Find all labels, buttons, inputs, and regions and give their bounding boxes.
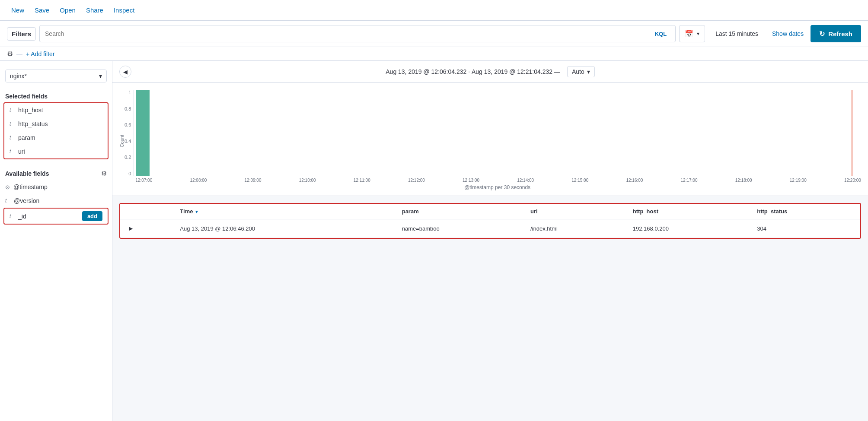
field-name-http-host: http_host	[18, 107, 43, 114]
date-range-text: Aug 13, 2019 @ 12:06:04.232 - Aug 13, 20…	[386, 68, 560, 75]
results-area: Time ▾ param uri http_host http_status	[112, 196, 868, 246]
x-axis-labels: 12:07:00 12:08:00 12:09:00 12:10:00 12:1…	[135, 176, 861, 183]
filter-bar: Filters KQL 📅 ▾ Last 15 minutes Show dat…	[0, 21, 868, 47]
y-axis-labels: 1 0.8 0.6 0.4 0.2 0	[124, 90, 134, 176]
col-time[interactable]: Time ▾	[173, 204, 395, 219]
available-fields-gear-icon[interactable]: ⚙	[101, 170, 107, 177]
index-select[interactable]: nginx* ▾	[5, 70, 107, 82]
available-field-timestamp[interactable]: ⊙ @timestamp	[0, 180, 112, 194]
collapse-button[interactable]: ◀	[119, 66, 131, 78]
sidebar: nginx* ▾ Selected fields t http_host t h…	[0, 61, 112, 421]
chart-bars	[134, 90, 861, 176]
add-id-field-button[interactable]: add	[82, 211, 102, 221]
col-param: param	[395, 204, 523, 219]
x-axis-title: @timestamp per 30 seconds	[134, 183, 861, 192]
share-button[interactable]: Share	[82, 4, 108, 16]
row-http-status: 304	[750, 219, 860, 238]
available-fields-title: Available fields	[5, 170, 49, 177]
time-sort-icon: ▾	[195, 209, 198, 214]
selected-fields-box: t http_host t http_status t param t uri	[3, 102, 108, 159]
results-table-wrap: Time ▾ param uri http_host http_status	[119, 203, 861, 239]
refresh-icon: ↻	[819, 30, 825, 38]
content-area: ◀ Aug 13, 2019 @ 12:06:04.232 - Aug 13, …	[112, 61, 868, 421]
selected-fields-title: Selected fields	[0, 89, 112, 102]
results-table: Time ▾ param uri http_host http_status	[120, 204, 860, 238]
row-uri: /index.html	[523, 219, 626, 238]
field-type-param: t	[10, 135, 15, 141]
available-field-version[interactable]: t @version	[0, 194, 112, 208]
index-select-chevron: ▾	[99, 73, 102, 79]
show-dates-button[interactable]: Show dates	[769, 30, 807, 37]
add-filter-row: ⚙ — + Add filter	[0, 47, 868, 61]
chart-container: Count 1 0.8 0.6 0.4 0.2 0	[112, 83, 868, 196]
field-name-param: param	[18, 134, 35, 141]
new-button[interactable]: New	[7, 4, 29, 16]
index-pattern-value: nginx*	[10, 73, 27, 79]
row-time: Aug 13, 2019 @ 12:06:46.200	[173, 219, 395, 238]
save-button[interactable]: Save	[30, 4, 54, 16]
auto-chevron: ▾	[587, 68, 590, 75]
chart-bar-1207	[136, 90, 150, 176]
field-type-id: t	[10, 213, 15, 219]
auto-select[interactable]: Auto ▾	[567, 66, 595, 77]
time-picker[interactable]: 📅 ▾	[679, 25, 705, 42]
open-button[interactable]: Open	[55, 4, 80, 16]
search-box[interactable]: KQL	[39, 25, 676, 42]
y-axis-title: Count	[119, 135, 124, 147]
red-marker-line	[852, 90, 852, 176]
row-http-host: 192.168.0.200	[626, 219, 750, 238]
field-type-uri: t	[10, 149, 15, 155]
table-header: Time ▾ param uri http_host http_status	[120, 204, 860, 219]
col-http-status: http_status	[750, 204, 860, 219]
field-name-uri: uri	[18, 148, 25, 155]
field-type-http-status: t	[10, 121, 15, 127]
table-row: ▶ Aug 13, 2019 @ 12:06:46.200 name=bambo…	[120, 219, 860, 238]
chart-y-wrap: Count 1 0.8 0.6 0.4 0.2 0	[119, 90, 861, 192]
chart-header: ◀ Aug 13, 2019 @ 12:06:04.232 - Aug 13, …	[112, 61, 868, 83]
main-layout: nginx* ▾ Selected fields t http_host t h…	[0, 61, 868, 421]
field-item-http-status[interactable]: t http_status	[4, 117, 108, 131]
top-navigation: New Save Open Share Inspect	[0, 0, 868, 21]
add-filter-button[interactable]: + Add filter	[26, 51, 55, 57]
divider: —	[16, 51, 22, 57]
field-name-id: _id	[18, 213, 26, 220]
search-input[interactable]	[45, 30, 651, 37]
chart-inner: 12:07:00 12:08:00 12:09:00 12:10:00 12:1…	[134, 90, 861, 192]
id-field-box: t _id add	[3, 208, 108, 225]
col-http-host: http_host	[626, 204, 750, 219]
calendar-icon: 📅	[685, 30, 693, 38]
field-name-timestamp: @timestamp	[13, 184, 48, 190]
filters-label: Filters	[7, 27, 36, 41]
col-expand	[120, 204, 173, 219]
inspect-button[interactable]: Inspect	[109, 4, 139, 16]
time-picker-chevron: ▾	[697, 31, 699, 37]
index-pattern-selector: nginx* ▾	[5, 70, 107, 82]
row-expand-button[interactable]: ▶	[127, 225, 134, 232]
clock-icon: ⊙	[5, 184, 10, 190]
row-expand-cell: ▶	[120, 219, 173, 238]
refresh-button[interactable]: ↻ Refresh	[811, 25, 861, 42]
col-uri: uri	[523, 204, 626, 219]
field-type-version: t	[5, 198, 10, 204]
field-name-version: @version	[14, 197, 39, 204]
auto-label: Auto	[572, 68, 584, 75]
field-type-http-host: t	[10, 107, 15, 113]
field-item-param[interactable]: t param	[4, 131, 108, 145]
gear-icon-button[interactable]: ⚙	[7, 50, 13, 58]
field-item-http-host[interactable]: t http_host	[4, 103, 108, 117]
table-body: ▶ Aug 13, 2019 @ 12:06:46.200 name=bambo…	[120, 219, 860, 238]
field-item-uri[interactable]: t uri	[4, 145, 108, 158]
kql-badge[interactable]: KQL	[651, 31, 670, 37]
field-name-http-status: http_status	[18, 120, 48, 127]
row-param: name=bamboo	[395, 219, 523, 238]
time-range-text: Last 15 minutes	[708, 30, 765, 37]
available-fields-header: Available fields ⚙	[0, 166, 112, 180]
